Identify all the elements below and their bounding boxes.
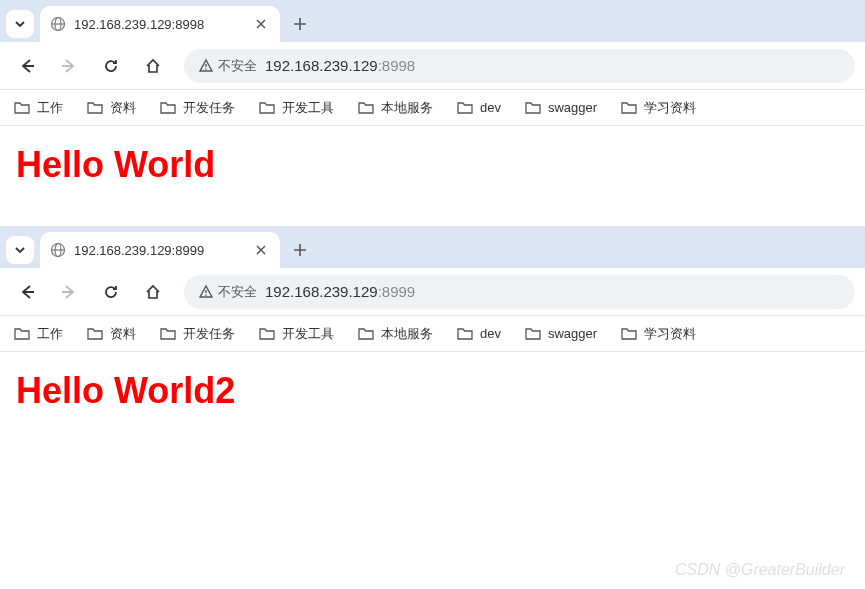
bookmark-item[interactable]: 开发工具 bbox=[259, 99, 334, 117]
page-content: Hello World2 bbox=[0, 352, 865, 502]
folder-icon bbox=[525, 327, 541, 340]
new-tab-button[interactable] bbox=[286, 10, 314, 38]
bookmark-label: 本地服务 bbox=[381, 99, 433, 117]
back-button[interactable] bbox=[10, 49, 44, 83]
bookmark-label: 工作 bbox=[37, 99, 63, 117]
svg-point-9 bbox=[205, 294, 207, 296]
reload-icon bbox=[102, 283, 120, 301]
reload-button[interactable] bbox=[94, 275, 128, 309]
tab-close-button[interactable] bbox=[252, 241, 270, 259]
page-heading: Hello World2 bbox=[16, 370, 849, 412]
bookmark-label: 资料 bbox=[110, 99, 136, 117]
tab-title: 192.168.239.129:8999 bbox=[74, 243, 244, 258]
bookmark-item[interactable]: 开发任务 bbox=[160, 99, 235, 117]
page-content: Hello World bbox=[0, 126, 865, 226]
forward-button[interactable] bbox=[52, 49, 86, 83]
bookmark-item[interactable]: 本地服务 bbox=[358, 99, 433, 117]
close-icon bbox=[256, 245, 266, 255]
plus-icon bbox=[293, 243, 307, 257]
address-bar[interactable]: 不安全 192.168.239.129:8999 bbox=[184, 275, 855, 309]
bookmark-item[interactable]: 本地服务 bbox=[358, 325, 433, 343]
browser-tab[interactable]: 192.168.239.129:8998 bbox=[40, 6, 280, 42]
plus-icon bbox=[293, 17, 307, 31]
globe-icon bbox=[50, 16, 66, 32]
folder-icon bbox=[259, 327, 275, 340]
folder-icon bbox=[87, 327, 103, 340]
bookmark-label: 开发工具 bbox=[282, 325, 334, 343]
url-text: 192.168.239.129:8999 bbox=[265, 283, 415, 300]
browser-tab[interactable]: 192.168.239.129:8999 bbox=[40, 232, 280, 268]
bookmark-item[interactable]: swagger bbox=[525, 326, 597, 341]
tab-title: 192.168.239.129:8998 bbox=[74, 17, 244, 32]
home-icon bbox=[144, 57, 162, 75]
arrow-right-icon bbox=[60, 57, 78, 75]
security-indicator[interactable]: 不安全 bbox=[198, 283, 257, 301]
bookmark-item[interactable]: 资料 bbox=[87, 99, 136, 117]
security-label: 不安全 bbox=[218, 283, 257, 301]
home-button[interactable] bbox=[136, 275, 170, 309]
folder-icon bbox=[621, 327, 637, 340]
bookmark-item[interactable]: 学习资料 bbox=[621, 325, 696, 343]
bookmarks-bar: 工作 资料 开发任务 开发工具 本地服务 dev swagger 学习资料 bbox=[0, 90, 865, 126]
close-icon bbox=[256, 19, 266, 29]
folder-icon bbox=[160, 101, 176, 114]
forward-button[interactable] bbox=[52, 275, 86, 309]
warning-icon bbox=[198, 284, 214, 300]
folder-icon bbox=[457, 327, 473, 340]
browser-window-2: 192.168.239.129:8999 不安全 19 bbox=[0, 226, 865, 502]
chevron-down-icon bbox=[14, 18, 26, 30]
bookmarks-bar: 工作 资料 开发任务 开发工具 本地服务 dev swagger 学习资料 bbox=[0, 316, 865, 352]
reload-icon bbox=[102, 57, 120, 75]
svg-point-4 bbox=[205, 68, 207, 70]
folder-icon bbox=[525, 101, 541, 114]
bookmark-item[interactable]: 工作 bbox=[14, 325, 63, 343]
bookmark-item[interactable]: dev bbox=[457, 326, 501, 341]
browser-window-1: 192.168.239.129:8998 不安全 19 bbox=[0, 0, 865, 226]
bookmark-item[interactable]: 开发工具 bbox=[259, 325, 334, 343]
toolbar: 不安全 192.168.239.129:8998 bbox=[0, 42, 865, 90]
bookmark-label: 开发任务 bbox=[183, 99, 235, 117]
bookmark-item[interactable]: dev bbox=[457, 100, 501, 115]
folder-icon bbox=[14, 327, 30, 340]
bookmark-label: 开发任务 bbox=[183, 325, 235, 343]
home-icon bbox=[144, 283, 162, 301]
tab-bar: 192.168.239.129:8999 bbox=[0, 226, 865, 268]
tab-close-button[interactable] bbox=[252, 15, 270, 33]
bookmark-item[interactable]: 工作 bbox=[14, 99, 63, 117]
bookmark-label: 开发工具 bbox=[282, 99, 334, 117]
folder-icon bbox=[621, 101, 637, 114]
url-port: :8998 bbox=[378, 57, 416, 74]
bookmark-item[interactable]: swagger bbox=[525, 100, 597, 115]
chevron-down-icon bbox=[14, 244, 26, 256]
warning-icon bbox=[198, 58, 214, 74]
tab-bar: 192.168.239.129:8998 bbox=[0, 0, 865, 42]
tabs-dropdown-button[interactable] bbox=[6, 10, 34, 38]
globe-icon bbox=[50, 242, 66, 258]
bookmark-item[interactable]: 资料 bbox=[87, 325, 136, 343]
folder-icon bbox=[358, 327, 374, 340]
page-heading: Hello World bbox=[16, 144, 849, 186]
bookmark-item[interactable]: 学习资料 bbox=[621, 99, 696, 117]
folder-icon bbox=[160, 327, 176, 340]
folder-icon bbox=[457, 101, 473, 114]
url-text: 192.168.239.129:8998 bbox=[265, 57, 415, 74]
reload-button[interactable] bbox=[94, 49, 128, 83]
new-tab-button[interactable] bbox=[286, 236, 314, 264]
bookmark-item[interactable]: 开发任务 bbox=[160, 325, 235, 343]
bookmark-label: swagger bbox=[548, 100, 597, 115]
home-button[interactable] bbox=[136, 49, 170, 83]
arrow-left-icon bbox=[18, 57, 36, 75]
folder-icon bbox=[259, 101, 275, 114]
bookmark-label: dev bbox=[480, 326, 501, 341]
bookmark-label: 学习资料 bbox=[644, 99, 696, 117]
folder-icon bbox=[87, 101, 103, 114]
bookmark-label: 本地服务 bbox=[381, 325, 433, 343]
bookmark-label: 资料 bbox=[110, 325, 136, 343]
security-indicator[interactable]: 不安全 bbox=[198, 57, 257, 75]
address-bar[interactable]: 不安全 192.168.239.129:8998 bbox=[184, 49, 855, 83]
arrow-left-icon bbox=[18, 283, 36, 301]
tabs-dropdown-button[interactable] bbox=[6, 236, 34, 264]
back-button[interactable] bbox=[10, 275, 44, 309]
bookmark-label: swagger bbox=[548, 326, 597, 341]
url-host: 192.168.239.129 bbox=[265, 283, 378, 300]
